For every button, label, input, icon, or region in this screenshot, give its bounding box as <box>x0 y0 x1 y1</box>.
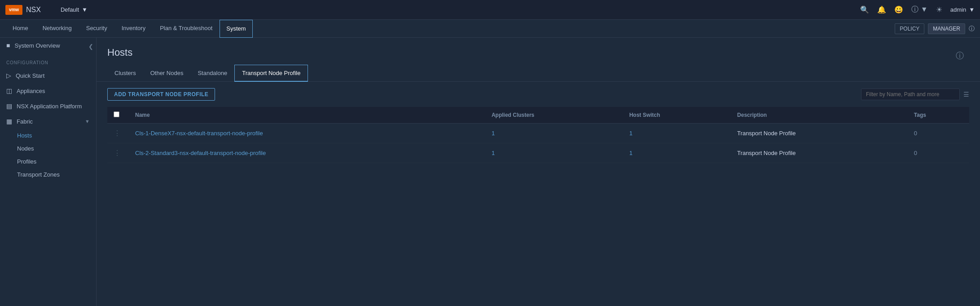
row2-clusters-link[interactable]: 1 <box>492 150 495 156</box>
sidebar-item-transport-zones[interactable]: Transport Zones <box>17 168 96 181</box>
nav-right: POLICY MANAGER ⓘ <box>895 23 975 34</box>
app-name: NSX <box>26 6 41 14</box>
sidebar-item-system-overview[interactable]: ■ System Overview <box>0 38 96 53</box>
col-checkbox <box>107 107 129 124</box>
sidebar: ❮ ■ System Overview Configuration ▷ Quic… <box>0 38 97 306</box>
add-transport-node-profile-button[interactable]: ADD TRANSPORT NODE PROFILE <box>107 88 215 101</box>
toolbar: ADD TRANSPORT NODE PROFILE ☰ <box>97 82 980 107</box>
sidebar-item-fabric[interactable]: ▦ Fabric ▼ <box>0 114 96 129</box>
system-overview-icon: ■ <box>6 42 10 49</box>
nav-plan-troubleshoot[interactable]: Plan & Troubleshoot <box>153 20 220 38</box>
sidebar-item-profiles[interactable]: Profiles <box>17 155 96 168</box>
help-icon[interactable]: ⓘ ▼ <box>911 5 927 14</box>
sidebar-label-system-overview: System Overview <box>14 42 60 49</box>
policy-button[interactable]: POLICY <box>895 23 924 34</box>
row2-description: Transport Node Profile <box>731 143 908 163</box>
row1-name[interactable]: Cls-1-DenseX7-nsx-default-transport-node… <box>129 124 485 143</box>
table-row: ⋮ Cls-2-Standard3-nsx-default-transport-… <box>107 143 969 163</box>
content-header: Hosts ⓘ <box>97 38 980 65</box>
topbar: vmw NSX Default ▼ 🔍 🔔 😀 ⓘ ▼ ☀ admin ▼ <box>0 0 980 20</box>
logo-area: vmw NSX <box>5 5 50 15</box>
nav-security[interactable]: Security <box>79 20 114 38</box>
content-area: Hosts ⓘ Clusters Other Nodes Standalone … <box>97 38 980 306</box>
sidebar-item-appliances[interactable]: ◫ Appliances <box>0 83 96 98</box>
select-all-checkbox[interactable] <box>114 111 119 117</box>
sidebar-item-hosts[interactable]: Hosts <box>17 129 96 142</box>
col-tags-header: Tags <box>908 107 969 124</box>
tab-clusters[interactable]: Clusters <box>107 65 143 82</box>
row2-hostswitch-link[interactable]: 1 <box>629 150 633 156</box>
help-circle-icon[interactable]: ⓘ <box>956 50 964 61</box>
row2-drag: ⋮ <box>107 143 129 163</box>
row2-tags: 0 <box>908 143 969 163</box>
notification-icon[interactable]: 🔔 <box>877 5 886 14</box>
sidebar-item-quick-start[interactable]: ▷ Quick Start <box>0 68 96 83</box>
appliances-icon: ◫ <box>6 87 12 94</box>
sidebar-collapse-button[interactable]: ❮ <box>86 41 96 52</box>
navbar: Home Networking Security Inventory Plan … <box>0 20 980 38</box>
chevron-down-icon: ▼ <box>82 6 88 13</box>
nav-networking[interactable]: Networking <box>35 20 79 38</box>
filter-bar: ☰ <box>861 89 969 100</box>
drag-handle-icon[interactable]: ⋮ <box>114 149 123 157</box>
main-layout: ❮ ■ System Overview Configuration ▷ Quic… <box>0 38 980 306</box>
row2-name-link[interactable]: Cls-2-Standard3-nsx-default-transport-no… <box>135 150 266 156</box>
row1-tags: 0 <box>908 124 969 143</box>
col-name-header: Name <box>129 107 485 124</box>
sidebar-label-appliances: Appliances <box>17 88 45 94</box>
manager-button[interactable]: MANAGER <box>928 23 965 34</box>
drag-handle-icon[interactable]: ⋮ <box>114 129 123 137</box>
row1-name-link[interactable]: Cls-1-DenseX7-nsx-default-transport-node… <box>135 130 263 137</box>
row1-hostswitch-link[interactable]: 1 <box>629 130 633 137</box>
nav-system[interactable]: System <box>220 20 252 38</box>
fabric-icon: ▦ <box>6 118 12 125</box>
row1-drag: ⋮ <box>107 124 129 143</box>
filter-icon[interactable]: ☰ <box>963 91 969 98</box>
filter-input[interactable] <box>861 89 960 100</box>
user-label: admin <box>950 6 966 13</box>
table-header-row: Name Applied Clusters Host Switch Descri… <box>107 107 969 124</box>
tab-standalone[interactable]: Standalone <box>190 65 234 82</box>
row2-applied-clusters: 1 <box>485 143 623 163</box>
page-title: Hosts <box>107 47 132 58</box>
row1-clusters-link[interactable]: 1 <box>492 130 495 137</box>
sidebar-label-fabric: Fabric <box>17 118 33 125</box>
transport-node-profiles-table: Name Applied Clusters Host Switch Descri… <box>107 107 969 163</box>
table-row: ⋮ Cls-1-DenseX7-nsx-default-transport-no… <box>107 124 969 143</box>
tabs-bar: Clusters Other Nodes Standalone Transpor… <box>97 65 980 82</box>
row1-applied-clusters: 1 <box>485 124 623 143</box>
table-container: Name Applied Clusters Host Switch Descri… <box>97 107 980 163</box>
row1-host-switch: 1 <box>623 124 731 143</box>
nsx-app-icon: ▤ <box>6 102 12 110</box>
nav-inventory[interactable]: Inventory <box>114 20 153 38</box>
settings-icon[interactable]: ☀ <box>936 5 942 14</box>
sidebar-config-label: Configuration <box>0 53 96 68</box>
user-chevron-icon: ▼ <box>969 6 975 13</box>
col-description-header: Description <box>731 107 908 124</box>
sidebar-item-nodes[interactable]: Nodes <box>17 142 96 155</box>
quick-start-icon: ▷ <box>6 72 11 79</box>
sidebar-item-nsx-app-platform[interactable]: ▤ NSX Application Platform <box>0 98 96 114</box>
row2-name[interactable]: Cls-2-Standard3-nsx-default-transport-no… <box>129 143 485 163</box>
tab-other-nodes[interactable]: Other Nodes <box>143 65 191 82</box>
col-host-switch-header: Host Switch <box>623 107 731 124</box>
sidebar-label-quick-start: Quick Start <box>16 72 44 79</box>
topbar-icons: 🔍 🔔 😀 ⓘ ▼ ☀ admin ▼ <box>860 5 975 14</box>
fabric-chevron-icon: ▼ <box>85 119 90 124</box>
user-face-icon[interactable]: 😀 <box>894 5 903 14</box>
vmw-logo: vmw <box>5 5 22 15</box>
info-icon[interactable]: ⓘ <box>969 25 975 33</box>
nav-home[interactable]: Home <box>5 20 35 38</box>
tenant-selector[interactable]: Default ▼ <box>57 4 91 15</box>
search-icon[interactable]: 🔍 <box>860 5 869 14</box>
col-applied-clusters-header: Applied Clusters <box>485 107 623 124</box>
sidebar-label-nsx-app: NSX Application Platform <box>17 103 82 110</box>
row2-host-switch: 1 <box>623 143 731 163</box>
fabric-submenu: Hosts Nodes Profiles Transport Zones <box>0 129 96 181</box>
tenant-label: Default <box>61 6 79 13</box>
tab-transport-node-profile[interactable]: Transport Node Profile <box>234 65 308 82</box>
user-menu[interactable]: admin ▼ <box>950 6 975 13</box>
row1-description: Transport Node Profile <box>731 124 908 143</box>
